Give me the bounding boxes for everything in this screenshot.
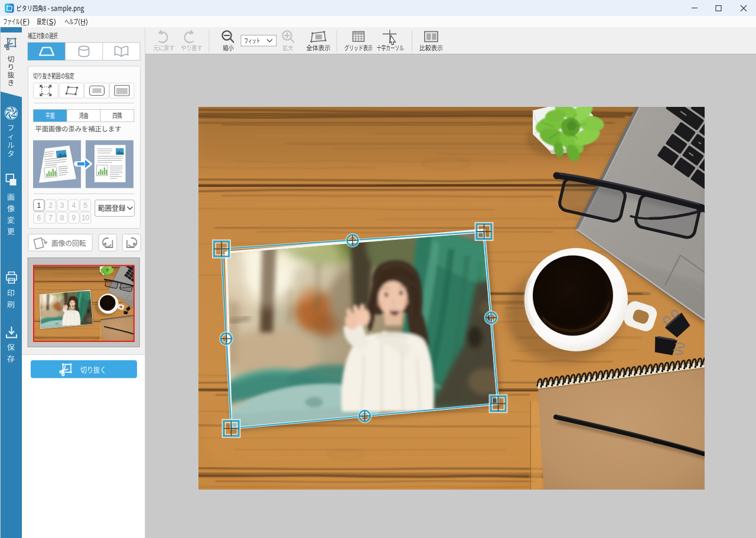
svg-text:2: 2 (48, 201, 53, 210)
svg-text:9: 9 (72, 214, 76, 222)
svg-text:1: 1 (37, 201, 41, 210)
svg-text:5: 5 (83, 201, 87, 210)
svg-text:8: 8 (60, 214, 64, 222)
svg-text:6: 6 (37, 214, 41, 222)
svg-text:4: 4 (72, 201, 76, 210)
svg-text:3: 3 (60, 201, 64, 210)
svg-text:10: 10 (82, 214, 90, 222)
svg-text:7: 7 (48, 214, 53, 222)
